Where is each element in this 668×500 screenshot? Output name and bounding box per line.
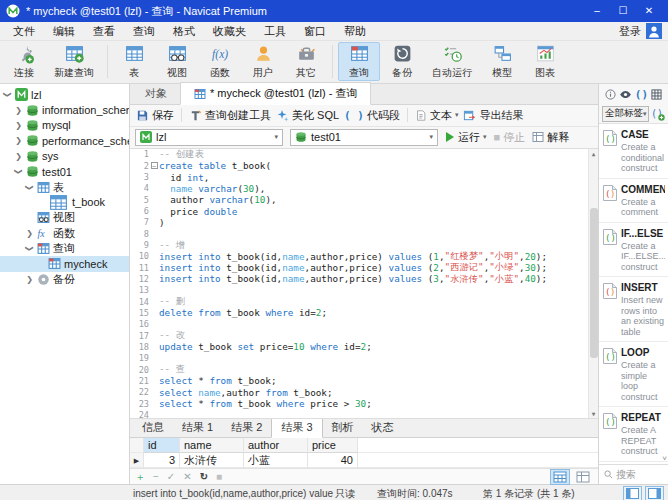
snippet-tab-icon[interactable]: () — [635, 88, 648, 101]
result-tab-4[interactable]: 剖析 — [323, 418, 363, 437]
code-snippet-button[interactable]: ( ) 代码段 — [344, 108, 400, 123]
toolbar-button-others[interactable]: 其它 — [285, 42, 327, 81]
editor-line[interactable]: 5 author varchar(10), — [130, 194, 588, 205]
editor-line[interactable]: 2–create table t_book( — [130, 160, 588, 171]
scroll-down-icon[interactable]: ▼ — [592, 410, 596, 417]
toolbar-button-query[interactable]: 查询 — [338, 42, 380, 81]
sidebar-toggle-icon[interactable] — [623, 486, 642, 500]
form-view-toggle[interactable] — [573, 469, 593, 485]
refresh-icon[interactable]: ↻ — [200, 470, 208, 484]
close-button[interactable]: ✕ — [636, 0, 662, 22]
result-tab-1[interactable]: 结果 1 — [173, 418, 222, 437]
tree-expand-icon[interactable]: ❯ — [25, 244, 34, 253]
grid-cell[interactable]: 小蓝 — [244, 453, 308, 468]
tree-expand-icon[interactable]: ❯ — [14, 167, 23, 176]
tree-item-查询[interactable]: ❯查询 — [0, 241, 129, 256]
tree-item-mycheck[interactable]: mycheck — [0, 256, 129, 271]
editor-line[interactable]: 19 — [130, 353, 588, 364]
database-select[interactable]: test01 ▾ — [290, 129, 438, 146]
tree-expand-icon[interactable]: ❯ — [14, 152, 23, 161]
menu-item[interactable]: 窗口 — [295, 22, 335, 41]
menu-item[interactable]: 工具 — [255, 22, 295, 41]
editor-line[interactable]: 23select * from t_book where price > 30; — [130, 398, 588, 409]
editor-line[interactable]: 7) — [130, 217, 588, 228]
user-avatar-icon[interactable] — [646, 23, 662, 39]
editor-line[interactable]: 6 price double — [130, 205, 588, 216]
menu-item[interactable]: 文件 — [4, 22, 44, 41]
connection-select[interactable]: lzl ▾ — [135, 129, 283, 146]
snippet-search-box[interactable]: 搜索 — [599, 464, 668, 484]
info-icon[interactable] — [605, 89, 616, 100]
menu-item[interactable]: 格式 — [164, 22, 204, 41]
editor-line[interactable]: 9-- 增 — [130, 239, 588, 250]
scroll-down-icon[interactable]: ˅ — [662, 454, 667, 463]
scrollbar-thumb[interactable] — [590, 208, 598, 358]
editor-line[interactable]: 16 — [130, 319, 588, 330]
toolbar-button-user[interactable]: 用户 — [242, 42, 284, 81]
tab-query-mycheck[interactable]: * mycheck @test01 (lzl) - 查询 — [180, 82, 371, 105]
grid-column-header-price[interactable]: price — [308, 438, 358, 453]
minimize-button[interactable]: – — [584, 0, 610, 22]
grid-cell[interactable]: 水浒传 — [180, 453, 244, 468]
editor-line[interactable]: 11insert into t_book(id,name,author,pric… — [130, 262, 588, 273]
menu-item[interactable]: 编辑 — [44, 22, 84, 41]
toolbar-button-table[interactable]: 表 — [113, 42, 155, 81]
snippet-add-icon[interactable]: () — [651, 107, 665, 121]
preview-eye-icon[interactable] — [619, 90, 632, 99]
editor-line[interactable]: 20-- 查 — [130, 364, 588, 375]
tree-item-sys[interactable]: ❯sys — [0, 149, 129, 164]
fold-collapse-icon[interactable]: – — [151, 162, 158, 169]
export-result-button[interactable]: 导出结果 — [463, 108, 523, 123]
toolbar-button-view[interactable]: 视图 — [156, 42, 198, 81]
tree-expand-icon[interactable]: ❯ — [14, 106, 23, 115]
tree-item-t_book[interactable]: t_book — [0, 195, 129, 210]
delete-record-icon[interactable]: − — [153, 470, 159, 484]
run-button[interactable]: 运行 ▾ — [445, 130, 487, 145]
result-tab-3[interactable]: 结果 3 — [271, 417, 322, 438]
editor-line[interactable]: 24 — [130, 409, 588, 418]
tree-expand-icon[interactable]: ❯ — [25, 229, 34, 238]
tree-expand-icon[interactable]: ❯ — [3, 90, 12, 99]
result-tab-5[interactable]: 状态 — [363, 418, 403, 437]
grid-tab-icon[interactable] — [651, 89, 662, 100]
editor-line[interactable]: 14-- 删 — [130, 296, 588, 307]
tree-item-test01[interactable]: ❯test01 — [0, 164, 129, 179]
tree-item-视图[interactable]: 视图 — [0, 210, 129, 225]
editor-line[interactable]: 12insert into t_book(id,name,author,pric… — [130, 273, 588, 284]
result-tab-2[interactable]: 结果 2 — [222, 418, 271, 437]
add-record-icon[interactable]: ＋ — [135, 470, 145, 484]
toolbar-button-model[interactable]: 模型 — [481, 42, 523, 81]
discard-record-icon[interactable]: ✕ — [183, 470, 191, 484]
tree-item-mysql[interactable]: ❯mysql — [0, 118, 129, 133]
editor-line[interactable]: 3 id int, — [130, 171, 588, 182]
editor-line[interactable]: 21select * from t_book; — [130, 375, 588, 386]
grid-view-toggle[interactable] — [550, 469, 570, 485]
tree-item-lzl[interactable]: ❯lzl — [0, 87, 129, 102]
tab-objects[interactable]: 对象 — [132, 83, 180, 104]
toolbar-button-backup[interactable]: 备份 — [381, 42, 423, 81]
fold-marker-icon[interactable]: – — [149, 162, 159, 169]
toolbar-button-function[interactable]: f(x)函数 — [199, 42, 241, 81]
menu-item[interactable]: 帮助 — [335, 22, 375, 41]
result-tab-0[interactable]: 信息 — [133, 418, 173, 437]
snippet-item-INSERT[interactable]: ()INSERTInsert new rows into an existing… — [599, 277, 668, 342]
maximize-button[interactable]: ☐ — [610, 0, 636, 22]
grid-column-header-id[interactable]: id — [144, 438, 180, 453]
editor-line[interactable]: 17-- 改 — [130, 330, 588, 341]
text-view-button[interactable]: 文本 ▾ — [415, 108, 459, 123]
toolbar-button-automation[interactable]: 自动运行 — [424, 42, 480, 81]
toolbar-button-new-query[interactable]: 新建查询 — [46, 42, 102, 81]
tree-item-备份[interactable]: ❯备份 — [0, 272, 129, 287]
editor-line[interactable]: 4 name varchar(30), — [130, 183, 588, 194]
editor-line[interactable]: 15delete from t_book where id=2; — [130, 307, 588, 318]
tree-item-函数[interactable]: ❯fx函数 — [0, 226, 129, 241]
tree-expand-icon[interactable]: ❯ — [14, 121, 23, 130]
tree-expand-icon[interactable]: ❯ — [25, 183, 34, 192]
tree-expand-icon[interactable]: ❯ — [14, 136, 23, 145]
query-builder-button[interactable]: 查询创建工具 — [189, 108, 271, 123]
explain-button[interactable]: 解释 — [532, 130, 569, 145]
save-button[interactable]: 保存 — [136, 108, 174, 123]
scroll-up-icon[interactable]: ▲ — [592, 150, 596, 157]
snippet-item-COMMENT[interactable]: ()COMMENTCreate a comment — [599, 179, 668, 223]
menu-item[interactable]: 查看 — [84, 22, 124, 41]
